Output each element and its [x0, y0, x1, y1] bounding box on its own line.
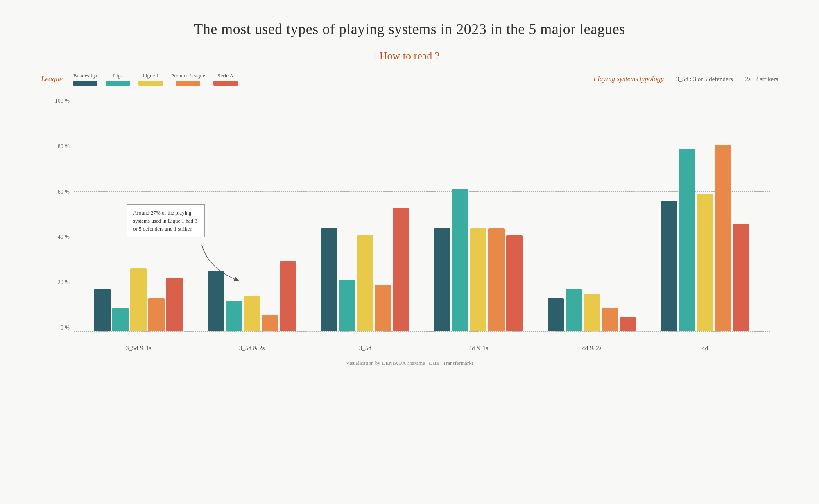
bar-group: [94, 268, 183, 331]
league-color-bar: [176, 81, 200, 86]
bar: [506, 235, 523, 331]
bar: [715, 145, 731, 331]
league-item: Premier League: [171, 72, 205, 86]
league-item: Ligue 1: [138, 72, 163, 86]
bar-group: [548, 289, 636, 331]
how-to-read-label: How to read ?: [25, 50, 794, 62]
bar: [112, 308, 129, 331]
bar: [566, 289, 582, 331]
y-axis-label: 20 %: [58, 279, 70, 286]
legend-right-item-2: 2s : 2 strikers: [745, 76, 778, 83]
league-name: Premier League: [171, 72, 205, 79]
bar: [548, 298, 564, 331]
bar: [697, 194, 713, 331]
y-axis-label: 100 %: [55, 98, 70, 104]
chart-container: The most used types of playing systems i…: [0, 0, 819, 504]
legend-left: League BundesligaLigaLigue 1Premier Leag…: [41, 72, 238, 86]
league-name: Bundesliga: [73, 72, 97, 79]
bar: [321, 228, 337, 331]
league-items: BundesligaLigaLigue 1Premier LeagueSerie…: [73, 72, 238, 86]
league-color-bar: [138, 81, 163, 86]
y-axis-label: 60 %: [58, 189, 70, 195]
bar: [357, 235, 373, 331]
league-name: Liga: [113, 72, 123, 79]
grid-line: [74, 331, 770, 332]
playing-systems-label: Playing systems typology: [593, 75, 664, 83]
league-item: Serie A: [213, 72, 238, 86]
bar: [679, 149, 695, 331]
league-color-bar: [73, 81, 97, 86]
x-axis-label: 3_5d & 2s: [211, 345, 293, 352]
bar: [488, 228, 505, 331]
bar-group: [661, 145, 749, 331]
bar: [661, 201, 677, 331]
league-name: Serie A: [217, 72, 233, 79]
bar: [262, 315, 278, 331]
bar-group: [321, 208, 410, 331]
tooltip-arrow: [200, 243, 249, 284]
bar: [375, 285, 391, 331]
bar: [602, 308, 618, 331]
main-title: The most used types of playing systems i…: [25, 20, 794, 38]
y-axis: 100 %80 %60 %40 %20 %0 %: [49, 98, 74, 331]
bar: [166, 278, 183, 331]
bar: [584, 294, 600, 331]
bar: [620, 317, 636, 331]
x-axis-label: 4d & 2s: [551, 345, 633, 352]
chart-area: 100 %80 %60 %40 %20 %0 % Around 27% of t…: [49, 98, 770, 352]
bar: [280, 261, 296, 331]
footer: Visualisation by DENIAUX Maxime | Data :…: [25, 360, 794, 366]
y-axis-label: 40 %: [58, 234, 70, 240]
bar: [393, 208, 410, 331]
league-item: Liga: [106, 72, 130, 86]
x-labels: 3_5d & 1s3_5d & 2s3_5d4d & 1s4d & 2s4d: [74, 345, 770, 352]
legend-row: League BundesligaLigaLigue 1Premier Leag…: [25, 72, 794, 86]
y-axis-label: 0 %: [61, 325, 70, 331]
bar: [434, 228, 450, 331]
tooltip-box: Around 27% of the playing systems used i…: [127, 204, 205, 237]
bar: [130, 268, 147, 331]
bar: [94, 289, 111, 331]
bar: [733, 224, 749, 331]
league-color-bar: [106, 81, 130, 86]
plot-area: Around 27% of the playing systems used i…: [74, 98, 770, 331]
x-axis-label: 4d & 1s: [437, 345, 519, 352]
league-item: Bundesliga: [73, 72, 97, 86]
bar: [226, 301, 242, 331]
x-axis-label: 3_5d: [324, 345, 406, 352]
bar: [244, 296, 260, 332]
x-axis-label: 3_5d & 1s: [97, 345, 179, 352]
x-axis-label: 4d: [664, 345, 746, 352]
legend-right: Playing systems typology 3_5d : 3 or 5 d…: [593, 75, 778, 83]
league-legend-label: League: [41, 75, 63, 84]
bar: [470, 228, 486, 331]
league-color-bar: [213, 81, 238, 86]
bar: [452, 189, 468, 331]
bar: [148, 298, 165, 331]
y-axis-label: 80 %: [58, 143, 70, 150]
bar: [339, 280, 355, 331]
league-name: Ligue 1: [143, 72, 159, 79]
bar-group: [434, 189, 523, 331]
legend-right-item-1: 3_5d : 3 or 5 defenders: [676, 76, 733, 83]
